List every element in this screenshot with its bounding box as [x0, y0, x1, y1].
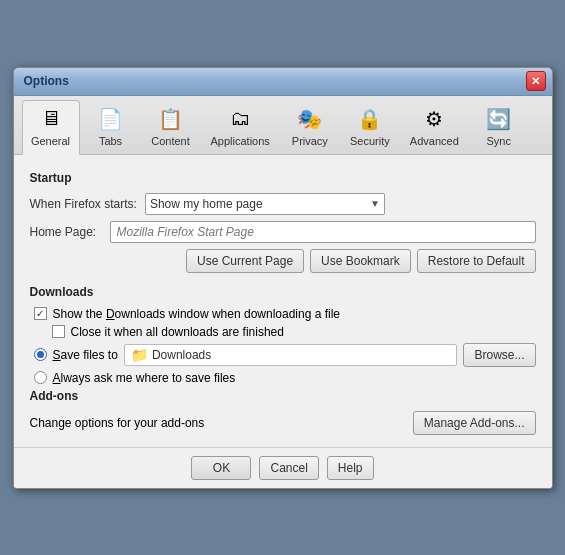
security-icon: 🔒 [356, 105, 384, 133]
close-downloads-checkbox[interactable] [52, 325, 65, 338]
startup-select-value: Show my home page [150, 197, 263, 211]
ok-button[interactable]: OK [191, 456, 251, 480]
browse-button[interactable]: Browse... [463, 343, 535, 367]
addons-section: Add-ons Change options for your add-ons … [30, 389, 536, 435]
cancel-button[interactable]: Cancel [259, 456, 318, 480]
save-files-radio[interactable] [34, 348, 47, 361]
downloads-path-text: Downloads [152, 348, 211, 362]
startup-select[interactable]: Show my home page ▼ [145, 193, 385, 215]
title-bar: Options ✕ [14, 68, 552, 96]
privacy-icon: 🎭 [296, 105, 324, 133]
tab-applications[interactable]: 🗂 Applications [202, 100, 279, 154]
tab-general-label: General [31, 135, 70, 147]
window-title: Options [20, 74, 69, 88]
applications-icon: 🗂 [226, 105, 254, 133]
dropdown-arrow-icon: ▼ [370, 198, 380, 209]
general-icon: 🖥 [37, 105, 65, 133]
home-page-label: Home Page: [30, 225, 110, 239]
addons-row: Change options for your add-ons Manage A… [30, 411, 536, 435]
tab-security[interactable]: 🔒 Security [341, 100, 399, 154]
downloads-path-field[interactable]: 📁 Downloads [124, 344, 458, 366]
close-downloads-row: Close it when all downloads are finished [30, 325, 536, 339]
home-page-input[interactable] [110, 221, 536, 243]
tab-sync-label: Sync [487, 135, 511, 147]
tab-content[interactable]: 📋 Content [142, 100, 200, 154]
tab-security-label: Security [350, 135, 390, 147]
manage-addons-button[interactable]: Manage Add-ons... [413, 411, 536, 435]
home-page-row: Home Page: [30, 221, 536, 243]
tabs-icon: 📄 [97, 105, 125, 133]
addons-description: Change options for your add-ons [30, 416, 205, 430]
tab-privacy[interactable]: 🎭 Privacy [281, 100, 339, 154]
restore-default-button[interactable]: Restore to Default [417, 249, 536, 273]
use-current-page-button[interactable]: Use Current Page [186, 249, 304, 273]
save-files-label: Save files to [53, 348, 118, 362]
tab-tabs[interactable]: 📄 Tabs [82, 100, 140, 154]
tab-bar: 🖥 General 📄 Tabs 📋 Content 🗂 Application… [14, 96, 552, 155]
tab-tabs-label: Tabs [99, 135, 122, 147]
tab-applications-label: Applications [211, 135, 270, 147]
show-downloads-label: Show the Downloads window when downloadi… [53, 307, 341, 321]
content-icon: 📋 [157, 105, 185, 133]
show-downloads-row: Show the Downloads window when downloadi… [30, 307, 536, 321]
folder-icon: 📁 [131, 347, 148, 363]
main-content: Startup When Firefox starts: Show my hom… [14, 155, 552, 447]
tab-advanced-label: Advanced [410, 135, 459, 147]
advanced-icon: ⚙ [420, 105, 448, 133]
ask-always-row: Always ask me where to save files [30, 371, 536, 385]
footer: OK Cancel Help [14, 447, 552, 488]
help-button[interactable]: Help [327, 456, 374, 480]
save-files-row: Save files to 📁 Downloads Browse... [30, 343, 536, 367]
show-downloads-checkbox[interactable] [34, 307, 47, 320]
ask-always-label: Always ask me where to save files [53, 371, 236, 385]
downloads-section-title: Downloads [30, 285, 536, 299]
tab-advanced[interactable]: ⚙ Advanced [401, 100, 468, 154]
tab-sync[interactable]: 🔄 Sync [470, 100, 528, 154]
homepage-button-row: Use Current Page Use Bookmark Restore to… [30, 249, 536, 273]
startup-section-title: Startup [30, 171, 536, 185]
addons-section-title: Add-ons [30, 389, 536, 403]
use-bookmark-button[interactable]: Use Bookmark [310, 249, 411, 273]
sync-icon: 🔄 [485, 105, 513, 133]
options-dialog: Options ✕ 🖥 General 📄 Tabs 📋 Content 🗂 A… [13, 67, 553, 489]
ask-always-radio[interactable] [34, 371, 47, 384]
when-label: When Firefox starts: [30, 197, 137, 211]
startup-row: When Firefox starts: Show my home page ▼ [30, 193, 536, 215]
tab-general[interactable]: 🖥 General [22, 100, 80, 155]
close-downloads-label: Close it when all downloads are finished [71, 325, 284, 339]
tab-privacy-label: Privacy [292, 135, 328, 147]
close-button[interactable]: ✕ [526, 71, 546, 91]
tab-content-label: Content [151, 135, 190, 147]
